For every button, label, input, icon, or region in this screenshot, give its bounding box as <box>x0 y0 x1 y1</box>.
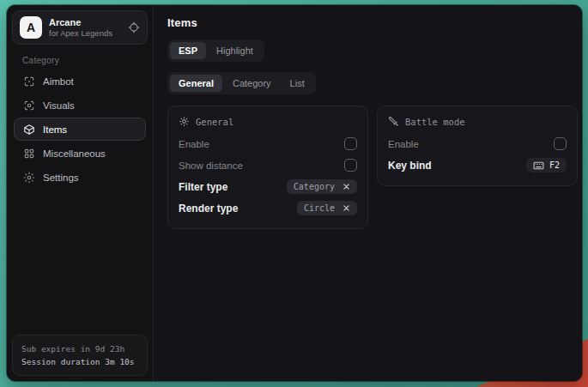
setting-row-show-distance: Show distance <box>179 154 357 176</box>
view-tab-row: General Category List <box>167 72 578 94</box>
tab-esp[interactable]: ESP <box>170 42 206 59</box>
tab-list[interactable]: List <box>282 75 313 92</box>
panel-title: Battle mode <box>405 117 465 127</box>
battle-enable-checkbox[interactable] <box>554 137 567 150</box>
sidebar-item-label: Settings <box>43 172 79 183</box>
sidebar-item-items[interactable]: Items <box>14 118 146 141</box>
sword-icon <box>388 116 399 127</box>
panel-general-header: General <box>179 116 357 127</box>
sidebar-section-label: Category <box>22 56 137 65</box>
sidebar-item-visuals[interactable]: Visuals <box>14 94 146 117</box>
setting-label: Enable <box>388 139 419 149</box>
sidebar-item-label: Aimbot <box>43 76 74 87</box>
show-distance-checkbox[interactable] <box>344 159 357 172</box>
clear-icon[interactable] <box>342 183 350 190</box>
panel-general: General Enable Show distance Filter type… <box>167 106 368 229</box>
brand-subtitle: for Apex Legends <box>49 28 112 38</box>
app-window: A Arcane for Apex Legends Category <box>7 5 582 381</box>
select-value: Category <box>294 182 335 191</box>
sidebar-nav: Aimbot Visuals Items <box>12 70 148 190</box>
setting-row-key-bind: Key bind F2 <box>388 154 567 176</box>
setting-label: Filter type <box>179 181 227 193</box>
setting-label: Show distance <box>179 160 243 171</box>
sidebar-item-label: Miscellaneous <box>43 148 106 159</box>
page-title: Items <box>167 16 578 29</box>
sub-expiry-text: Sub expires in 9d 23h <box>21 342 138 355</box>
panel-battle-mode-header: Battle mode <box>388 116 567 127</box>
crosshair-icon <box>23 76 35 88</box>
sidebar-spacer <box>12 190 148 335</box>
session-duration-text: Session duration 3m 10s <box>21 355 138 368</box>
sidebar-item-miscellaneous[interactable]: Miscellaneous <box>14 142 146 165</box>
render-type-select[interactable]: Circle <box>297 201 357 215</box>
setting-row-enable: Enable <box>388 133 567 154</box>
keybind-button[interactable]: F2 <box>526 158 567 172</box>
mode-tab-row: ESP Highlight <box>167 39 578 62</box>
view-tab-group: General Category List <box>167 72 316 94</box>
sidebar-item-settings[interactable]: Settings <box>14 166 146 189</box>
setting-row-filter-type: Filter type Category <box>179 176 357 197</box>
brand-logo: A <box>20 16 42 39</box>
gear-icon <box>23 172 35 184</box>
crosshair-target-icon[interactable] <box>128 21 140 33</box>
select-value: Circle <box>304 203 335 213</box>
brand-card: A Arcane for Apex Legends <box>12 10 148 45</box>
panel-title: General <box>196 117 233 127</box>
tab-category[interactable]: Category <box>224 75 280 92</box>
brand-name: Arcane <box>49 17 112 27</box>
clear-icon[interactable] <box>342 204 350 212</box>
mode-tab-group: ESP Highlight <box>167 39 264 62</box>
panels-container: General Enable Show distance Filter type… <box>167 106 578 229</box>
sun-icon <box>179 116 190 127</box>
setting-label: Render type <box>179 203 238 215</box>
session-card: Sub expires in 9d 23h Session duration 3… <box>12 335 148 376</box>
setting-row-render-type: Render type Circle <box>179 197 357 219</box>
sidebar-item-label: Visuals <box>43 100 75 111</box>
tab-highlight[interactable]: Highlight <box>208 42 262 59</box>
setting-row-enable: Enable <box>179 133 357 154</box>
panel-battle-mode: Battle mode Enable Key bind <box>377 106 578 186</box>
keyboard-icon <box>533 161 544 170</box>
sidebar-item-label: Items <box>43 124 67 135</box>
setting-label: Key bind <box>388 160 432 172</box>
sidebar-item-aimbot[interactable]: Aimbot <box>14 70 146 93</box>
sidebar: A Arcane for Apex Legends Category <box>7 5 154 381</box>
brand-text: Arcane for Apex Legends <box>49 17 112 38</box>
grid-icon <box>23 148 35 160</box>
main-content: Items ESP Highlight General Category Lis… <box>154 5 582 381</box>
keybind-value: F2 <box>549 160 560 170</box>
filter-type-select[interactable]: Category <box>287 179 357 194</box>
enable-checkbox[interactable] <box>344 137 357 150</box>
eye-scan-icon <box>23 100 35 112</box>
cube-icon <box>23 124 35 136</box>
tab-general[interactable]: General <box>170 75 222 92</box>
setting-label: Enable <box>179 139 209 149</box>
